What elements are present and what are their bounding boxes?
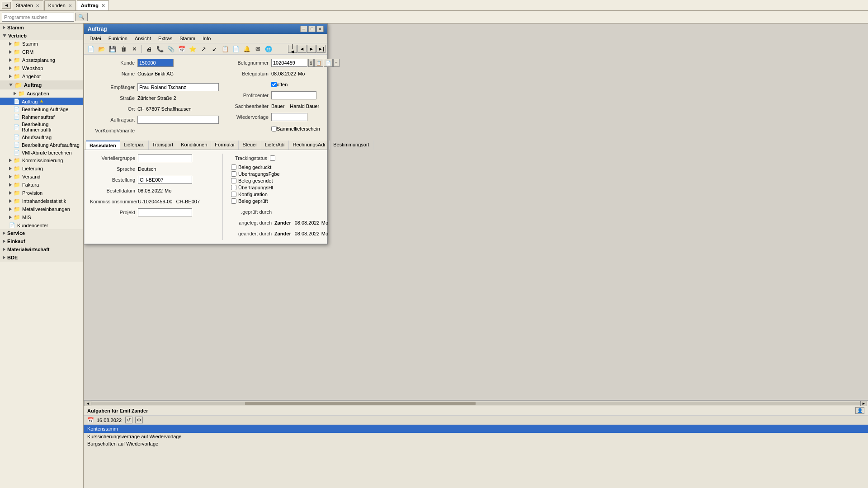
sidebar-item-rahmenauftrag[interactable]: 📄 Rahmenauftraf: [0, 113, 83, 121]
sammellieferschein-checkbox[interactable]: [271, 126, 277, 131]
menu-info[interactable]: Info: [199, 35, 214, 42]
sidebar-item-kommissionierung[interactable]: 📁 Kommissionierung: [0, 156, 83, 164]
tab-staaten[interactable]: Staaten ✕: [12, 0, 43, 10]
nav-next-button[interactable]: ►: [307, 45, 316, 53]
tab-konditionen[interactable]: Konditionen: [177, 141, 211, 150]
sidebar-item-abrufsauftrag[interactable]: 📄 Abrufsauftrag: [0, 133, 83, 141]
sidebar-item-ausgaben[interactable]: 📁 Ausgaben: [0, 89, 83, 98]
toolbar-new-button[interactable]: 📄: [86, 44, 96, 53]
tracking-cb-1[interactable]: [231, 171, 236, 177]
toolbar-star-button[interactable]: ⭐: [188, 44, 198, 53]
tab-bestimmungsort[interactable]: Bestimmungsort: [330, 141, 373, 150]
tab-staaten-close[interactable]: ✕: [36, 3, 39, 8]
auftragsart-input[interactable]: [137, 116, 219, 124]
menu-funktion[interactable]: Funktion: [105, 35, 131, 42]
nav-prev-button[interactable]: ◄: [297, 45, 307, 53]
kunde-input[interactable]: [137, 59, 174, 67]
tracking-cb-2[interactable]: [231, 178, 236, 183]
sidebar-item-auftrag-selected[interactable]: 📄 Auftrag ★: [0, 98, 83, 105]
horizontal-scrollbar[interactable]: ◄ ►: [84, 400, 868, 406]
tracking-cb-0[interactable]: [231, 164, 236, 170]
scroll-right-button[interactable]: ►: [860, 401, 867, 406]
tab-auftrag-close[interactable]: ✕: [101, 3, 105, 8]
sidebar-item-faktura[interactable]: 📁 Faktura: [0, 181, 83, 189]
empfaenger-input[interactable]: [137, 83, 219, 91]
sidebar-item-absatz[interactable]: 📁 Absatzplanung: [0, 56, 83, 64]
nav-first-button[interactable]: |◄: [288, 45, 297, 53]
tracking-cb-5[interactable]: [231, 198, 236, 204]
toolbar-email-button[interactable]: ✉: [253, 44, 263, 53]
tasks-user-button[interactable]: 👤: [855, 407, 864, 414]
tab-auftrag[interactable]: Auftrag ✕: [77, 0, 109, 10]
dialog-minimize-button[interactable]: ─: [300, 26, 307, 32]
toolbar-phone-button[interactable]: 📞: [155, 44, 165, 53]
sidebar-item-bearbeitung-auftraege[interactable]: 📄 Bearbeitung Aufträge: [0, 105, 83, 113]
sidebar-item-kundencenter[interactable]: 📄 Kundencenter: [0, 221, 83, 229]
tab-transport[interactable]: Transport: [149, 141, 178, 150]
menu-datei[interactable]: Datei: [86, 35, 105, 42]
sidebar-item-stamm-v[interactable]: 📁 Stamm: [0, 40, 83, 48]
tab-lieferpar[interactable]: Lieferpar.: [120, 141, 149, 150]
tasks-refresh-button[interactable]: ↺: [125, 417, 132, 423]
toolbar-close-x-button[interactable]: ✕: [129, 44, 139, 53]
sidebar-item-bearbeitung-abrufsauftrag[interactable]: 📄 Bearbeitung Abrufsauftrag: [0, 141, 83, 149]
sidebar-item-auftrag-group[interactable]: 📁 Auftrag: [0, 80, 83, 89]
belegnummer-doc-btn[interactable]: 📄: [324, 59, 333, 67]
belegnummer-list-btn[interactable]: ≡: [333, 59, 340, 67]
sidebar-item-intrahandels[interactable]: 📁 Intrahandelsstatistik: [0, 197, 83, 205]
tab-steuer[interactable]: Steuer: [239, 141, 261, 150]
tasks-settings-button[interactable]: ⚙: [135, 417, 143, 423]
sidebar-item-provision[interactable]: 📁 Provision: [0, 189, 83, 197]
offen-checkbox[interactable]: [271, 82, 277, 87]
tracking-cb-4[interactable]: [231, 192, 236, 197]
search-button[interactable]: 🔍: [75, 13, 88, 21]
toolbar-doc2-button[interactable]: 📄: [231, 44, 241, 53]
sidebar-item-bearbeitung-rahmenaufftr[interactable]: 📄 Bearbeitung Rahmenaufftr: [0, 121, 83, 133]
sidebar-section-vertrieb[interactable]: Vertrieb: [0, 32, 83, 40]
sidebar-item-lieferung[interactable]: 📁 Lieferung: [0, 164, 83, 173]
dialog-close-button[interactable]: ✕: [316, 26, 324, 32]
toolbar-web-button[interactable]: 🌐: [264, 44, 274, 53]
sidebar-item-vmi-abrufe[interactable]: 📄 VMI-Abrufe berechnen: [0, 149, 83, 156]
sidebar-item-webshop[interactable]: 📁 Webshop: [0, 64, 83, 72]
tab-formular[interactable]: Formular: [211, 141, 239, 150]
nav-back-arrow[interactable]: ◄: [2, 2, 11, 9]
menu-stamm[interactable]: Stamm: [176, 35, 199, 42]
toolbar-calendar-button[interactable]: 📅: [177, 44, 187, 53]
sidebar-section-bde[interactable]: BDE: [0, 253, 83, 262]
sidebar-section-einkauf[interactable]: Einkauf: [0, 237, 83, 245]
tab-kunden[interactable]: Kunden ✕: [44, 0, 76, 10]
nav-last-button[interactable]: ►|: [316, 45, 326, 53]
tab-lieferadr[interactable]: LieferAdr: [261, 141, 289, 150]
trackingstatus-checkbox[interactable]: [270, 155, 275, 161]
toolbar-print-button[interactable]: 🖨: [144, 44, 154, 53]
dialog-maximize-button[interactable]: □: [308, 26, 316, 32]
profitcenter-input[interactable]: [271, 91, 316, 99]
kontenstamm-header[interactable]: Kontenstamm: [84, 425, 868, 433]
bottom-list-item-1[interactable]: Burgschaften auf Wiedervorlage: [84, 440, 868, 447]
sidebar-item-angebot[interactable]: 📁 Angebot: [0, 72, 83, 80]
toolbar-copy-button[interactable]: 📋: [220, 44, 230, 53]
sidebar-item-versand[interactable]: 📁 Versand: [0, 173, 83, 181]
toolbar-save-button[interactable]: 💾: [108, 44, 118, 53]
scrollbar-thumb[interactable]: [245, 402, 476, 405]
tab-kunden-close[interactable]: ✕: [68, 3, 72, 8]
bottom-list-item-0[interactable]: Kurssicherungsverträge auf Wiedervorlage: [84, 433, 868, 440]
verteilergruppe-input[interactable]: [138, 154, 192, 162]
sidebar-section-stamm[interactable]: Stamm: [0, 23, 83, 32]
toolbar-open-button[interactable]: 📂: [97, 44, 107, 53]
scroll-left-button[interactable]: ◄: [85, 401, 91, 406]
toolbar-notification-button[interactable]: 🔔: [242, 44, 252, 53]
scrollbar-track[interactable]: [91, 402, 860, 405]
toolbar-attach-button[interactable]: 📎: [166, 44, 176, 53]
menu-ansicht[interactable]: Ansicht: [131, 35, 155, 42]
tab-basisdaten[interactable]: Basisdaten: [86, 141, 120, 150]
belegnummer-info-btn[interactable]: ℹ: [308, 59, 314, 67]
projekt-input[interactable]: [138, 208, 192, 216]
sidebar-section-materialwirtschaft[interactable]: Materialwirtschaft: [0, 245, 83, 253]
belegnummer-copy-btn[interactable]: 📋: [314, 59, 323, 67]
wiedervorlage-input[interactable]: [271, 113, 307, 121]
sidebar-section-service[interactable]: Service: [0, 229, 83, 237]
sidebar-item-crm[interactable]: 📁 CRM: [0, 48, 83, 56]
belegnummer-input[interactable]: [271, 59, 307, 67]
